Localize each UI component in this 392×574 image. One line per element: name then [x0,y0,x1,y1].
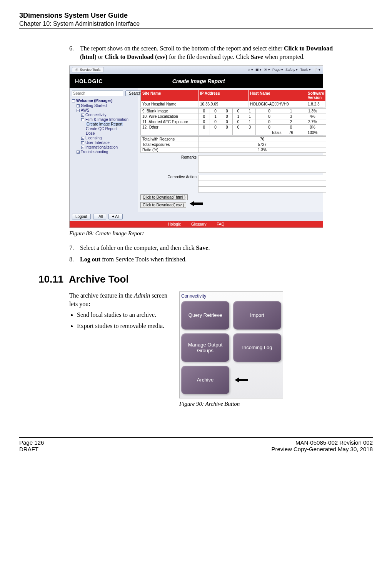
corrective-field[interactable] [198,181,326,187]
preview-date: Preview Copy-Generated May 30, 2018 [272,446,373,452]
table-row: 10. Wire Localization01011034% [141,114,326,119]
arrow-left-icon [235,377,249,383]
step-text: Select a folder on the computer, and the… [80,244,350,252]
table-row: 9. Blank Image00001011.3% [141,108,326,114]
collapse-all-button[interactable]: - All [93,214,107,219]
report-grid: 9. Blank Image00001011.3% 10. Wire Local… [140,108,326,136]
remarks-block: Remarks [140,155,326,172]
step-list: 6. The report shows on the screen. Scrol… [69,44,350,62]
home-icon[interactable]: ⌂ ▾ [248,68,253,72]
corrective-label: Corrective Action [140,175,198,180]
text: or [97,54,105,60]
tree-root[interactable]: −Welcome (Manager) [72,99,135,103]
footer-link[interactable]: Hologic [168,222,181,226]
content-pane: Site Name IP Address Host Name Software … [138,88,329,212]
remarks-field[interactable] [198,167,326,173]
download-html-link[interactable]: Click to Download( html ) [140,194,188,200]
archive-button[interactable]: Archive [181,366,229,394]
step-6: 6. The report shows on the screen. Scrol… [69,44,350,62]
tree-item-selected[interactable]: Create Image Report [86,122,135,126]
help-icon[interactable]: ❔ ▾ [313,68,320,72]
body-block: 6. The report shows on the screen. Scrol… [69,44,350,264]
safety-menu[interactable]: Safety ▾ [285,68,298,72]
cell: 1.8.2.3 [306,101,326,107]
page-title: Create Image Report [172,78,225,84]
corrective-field[interactable] [198,186,326,192]
tree-item[interactable]: +Licensing [81,136,135,140]
expand-all-button[interactable]: + All [108,214,123,219]
bullet-item: Send local studies to an archive. [77,311,169,319]
tree-item[interactable]: Dose [86,131,135,136]
figure-89-caption: Figure 89: Create Image Report [69,230,350,237]
step-num: 6. [69,44,80,62]
page-header: 3Dimensions System User Guide Chapter 10… [19,12,373,29]
bold: Save [196,244,208,251]
arrow-left-icon [190,201,204,206]
footer-bar: Hologic Glossary FAQ [70,221,323,228]
tree-item[interactable]: +Internationalization [81,145,135,149]
mail-icon[interactable]: ✉ ▾ [264,68,270,72]
tools-menu[interactable]: Tools ▾ [300,68,311,72]
step-num: 7. [69,244,80,252]
figure-89: ◎ Service Tools ⌂ ▾ ▣ ▾ ✉ ▾ Page ▾ Safet… [69,65,323,228]
step-num: 8. [69,255,80,264]
feed-icon[interactable]: ▣ ▾ [255,68,262,72]
tree-item[interactable]: +Connectivity [81,113,135,117]
tree-item[interactable]: +User Interface [81,141,135,145]
site-info-row: Your Hospital Name 10.36.9.69 HOLOGIC-AQ… [140,101,326,107]
footer-link[interactable]: FAQ [217,222,224,226]
tree-item[interactable]: +Getting Started [77,104,135,108]
remarks-field[interactable] [198,161,326,167]
figure-90-caption: Figure 90: Archive Button [179,401,283,407]
manage-output-groups-button[interactable]: Manage Output Groups [181,333,229,362]
search-input[interactable] [72,90,123,96]
footer-link[interactable]: Glossary [191,222,206,226]
tree-item[interactable]: −Film & Image Information [81,117,135,122]
section-heading: 10.11 Archive Tool [38,273,373,285]
table-row: 12. Other00000000% [141,124,326,130]
step-list-2: 7. Select a folder on the computer, and … [69,244,350,264]
section-title: Archive Tool [69,273,129,285]
incoming-log-button[interactable]: Incoming Log [233,333,281,362]
corrective-block: Corrective Action [140,175,326,192]
text: . [208,244,210,251]
sidebar: Search −Welcome (Manager) +Getting Start… [70,88,138,212]
corrective-field[interactable] [198,175,326,181]
chapter-title: Chapter 10: System Administration Interf… [19,20,373,27]
text: Select a folder on the computer, and the… [80,244,196,251]
text: from Service Tools when finished. [100,256,187,263]
table-row: 11. Aborted AEC Exposure00001022.7% [141,119,326,124]
tree-item[interactable]: −AWS [77,108,135,112]
tree-item[interactable]: Create QC Report [86,127,135,131]
summary-grid: Total with Reasons76 Total Exposures5727… [140,136,326,153]
import-button[interactable]: Import [233,301,281,330]
bold: Log out [80,256,100,263]
remarks-label: Remarks [140,155,198,161]
man-number: MAN-05085-002 Revision 002 [272,439,373,446]
column-headers: Site Name IP Address Host Name Software … [140,90,326,101]
doc-title: 3Dimensions System User Guide [19,12,373,20]
page-footer: Page 126 DRAFT MAN-05085-002 Revision 00… [19,437,373,452]
italic: Admin [134,292,150,299]
remarks-field[interactable] [198,155,326,161]
bullet-item: Export studies to removable media. [77,322,169,330]
bold: Click to Download (csv) [105,54,167,60]
connectivity-panel: Connectivity Query Retrieve Import Manag… [179,291,283,398]
bottom-buttons: Logout - All + All [70,212,323,221]
download-csv-link[interactable]: Click to Download( csv ) [140,202,186,208]
page-menu[interactable]: Page ▾ [272,68,283,72]
bold: Save [251,54,263,60]
section-num: 10.11 [38,273,63,285]
logout-button[interactable]: Logout [72,214,91,219]
ie-actions: ⌂ ▾ ▣ ▾ ✉ ▾ Page ▾ Safety ▾ Tools ▾ ❔ ▾ [248,68,320,72]
tree-item[interactable]: +Troubleshooting [77,150,135,154]
step-text: Log out from Service Tools when finished… [80,255,350,264]
text: for the file download type. Click [167,54,251,60]
text: when prompted. [263,54,305,60]
cell: 10.36.9.69 [199,101,249,107]
query-retrieve-button[interactable]: Query Retrieve [181,301,229,330]
tab-label: Service Tools [80,68,100,72]
browser-tab[interactable]: ◎ Service Tools [72,67,104,72]
step-7: 7. Select a folder on the computer, and … [69,244,350,252]
draft-label: DRAFT [19,446,44,452]
